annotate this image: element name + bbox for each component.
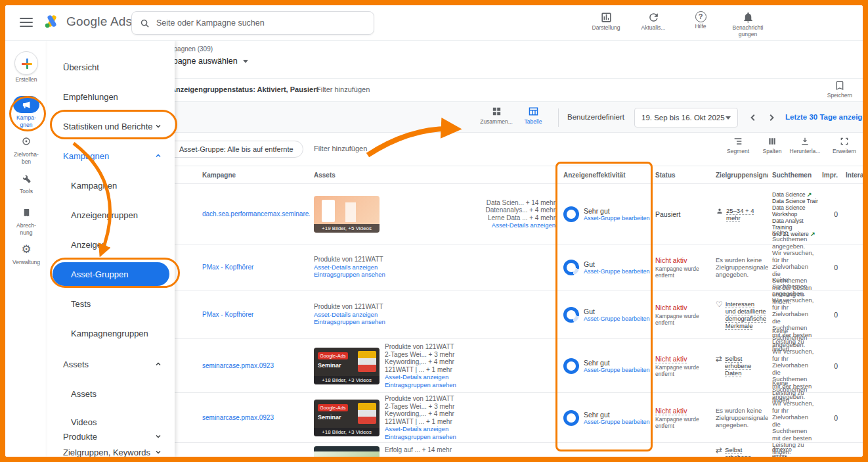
header-zielgruppensignal[interactable]: Zielgruppensignal [712,169,768,181]
asset-details-link[interactable]: Asset-Details anzeigen [314,311,385,319]
rail-label: ben [22,159,31,166]
app-window: Google Ads Seite oder Kampagne suchen Da… [5,5,863,457]
asset-group-filter-chip[interactable]: Asset-Gruppe: Alle bis auf entfernte [175,141,303,158]
rail-label: Tools [20,189,33,195]
header-assets[interactable]: Assets [310,169,559,181]
asset-thumbnail[interactable]: +19 Bilder, +5 Videos [314,196,380,233]
asset-thumbnail[interactable]: Google-Ads Seminar +18 Bilder, +3 Videos [314,348,380,384]
rail-item-verwaltung[interactable]: ⚙ Verwaltung [5,241,47,266]
asset-details-link[interactable]: Asset-Details anzeigen [314,264,385,271]
asset-details-link[interactable]: Asset-Details anzeigen [385,425,458,433]
columns-button[interactable]: Spalten [756,136,788,154]
menu-item-empfehlungen[interactable]: Empfehlungen [53,85,169,108]
header-status[interactable]: Status [651,169,712,181]
notifications-button[interactable]: Benachrichti gungen [726,9,770,37]
thumbnail-collage [358,351,376,372]
rail-item-abrechnung[interactable]: Abrech- nung [5,204,47,236]
menu-item-uebersicht[interactable]: Übersicht [53,55,169,79]
audience-signal[interactable]: 25–34 + 4 mehr [726,207,764,221]
edit-asset-group-link[interactable]: Asset-Gruppe bearbeiten [584,419,650,425]
rail-item-zielvorhaben[interactable]: Zielvorha- ben [5,133,47,165]
status-text: Nicht aktiv [655,256,708,264]
header-interaktionen[interactable]: Intera... [842,169,863,181]
ad-strength-ring-icon [563,307,579,323]
status-text[interactable]: Nicht aktiv [655,355,708,363]
edit-asset-group-link[interactable]: Asset-Gruppe bearbeiten [584,215,650,221]
appearance-button[interactable]: Darstellung [584,9,628,37]
refresh-button[interactable]: Aktualis... [632,9,675,37]
table-toolbar: Asset-Gruppe: Alle bis auf entfernte Fil… [175,133,863,166]
save-button[interactable]: Speichern [827,80,852,99]
adgroup-status-filter[interactable]: Anzeigengruppenstatus: Aktiviert, Pausie… [175,85,318,93]
campaign-link[interactable]: PMax - Kopfhörer [202,311,306,319]
ad-strength-ring-icon [563,410,579,426]
expand-button[interactable]: Erweitern [829,136,860,154]
menu-item-kampagnengruppen[interactable]: Kampagnengruppen [53,321,169,345]
menu-item-anzeigengruppen[interactable]: Anzeigengruppen [53,203,169,227]
download-button[interactable]: Herunterla... [789,136,821,154]
add-filter-button[interactable]: Filter hinzufügen [314,145,367,152]
menu-item-kampagnen[interactable]: Kampagnen [53,173,169,197]
menu-section-zielgruppen-keywords[interactable]: Zielgruppen, Keywords [53,440,169,457]
campaign-link[interactable]: seminarcase.pmax.0923 [202,414,306,422]
columns-label: Spalten [763,148,782,154]
asset-details-link[interactable]: Asset-Details anzeigen [456,221,555,229]
listing-groups-link[interactable]: Eintragsgruppen ansehen [314,318,385,326]
previous-period-button[interactable] [747,112,759,124]
menu-item-tests[interactable]: Tests [53,292,169,315]
audience-signal[interactable]: Selbst erhobene Daten [725,355,764,377]
menu-item-assets[interactable]: Assets [53,382,169,405]
rail-item-erstellen[interactable]: Erstellen [5,51,47,83]
search-input[interactable]: Seite oder Kampagne suchen [131,11,374,35]
asset-thumbnail[interactable] [314,446,380,457]
campaign-link[interactable]: dach.sea.performancemax.seminare. [202,210,306,218]
header-kampagne[interactable]: Kampagne [198,169,310,181]
campaign-link[interactable]: seminarcase.pmax.0923 [202,362,306,370]
next-period-button[interactable] [766,112,777,124]
listing-groups-link[interactable]: Eintragsgruppen ansehen [385,433,458,441]
segment-button[interactable]: Segment [722,136,754,154]
status-text[interactable]: Nicht aktiv [655,407,708,415]
asset-thumbnail[interactable]: Google-Ads Seminar +18 Bilder, +3 Videos [314,400,380,436]
rail-item-tools[interactable]: Tools [5,170,47,195]
summary-view-toggle[interactable]: Zusammen... [478,106,515,125]
table-row: Erfolg auf ... + 14 mehr ⇄ Selbst erhobe… [175,443,863,457]
table-view-toggle[interactable]: Tabelle [515,106,552,125]
thumbnail-image [314,446,380,451]
asset-line: Keywording,... + 4 mehr [385,410,458,418]
asset-line: 121WATT | ... + 1 mehr [385,366,458,374]
listing-groups-link[interactable]: Eintragsgruppen ansehen [385,381,458,389]
menu-section-kampagnen[interactable]: Kampagnen [53,144,169,168]
asset-details-link[interactable]: Asset-Details anzeigen [385,373,458,381]
header-suchthemen[interactable]: Suchthemen [768,169,818,181]
show-last-30-days-link[interactable]: Letzte 30 Tage anzeigen [785,113,863,121]
campaign-count-label: Kampagnen (309) [175,45,213,53]
menu-item-anzeigen[interactable]: Anzeigen [53,233,169,256]
listing-groups-link[interactable]: Eintragsgruppen ansehen [314,271,385,279]
audience-signal[interactable]: Interessen und detaillierte demografisch… [726,300,766,329]
expand-label: Erweitern [833,148,856,154]
edit-asset-group-link[interactable]: Asset-Gruppe bearbeiten [584,268,650,275]
header-impressionen[interactable]: Impr. [818,169,842,181]
status-subtext: Kampagne wurde entfernt [655,266,708,279]
save-label: Speichern [827,92,852,99]
rail-item-kampagnen[interactable]: Kampa- gnen [5,96,47,128]
campaign-link[interactable]: PMax - Kopfhörer [202,264,306,271]
add-filter-button[interactable]: Filter hinzufügen [316,85,370,93]
goals-target-icon [13,133,39,150]
menu-item-statistiken-und-berichte[interactable]: Statistiken und Berichte [53,114,169,138]
menu-hamburger-icon[interactable] [20,18,33,28]
status-subtext: Kampagne wurde entfernt [655,313,708,326]
menu-section-assets[interactable]: Assets [53,352,169,376]
edit-asset-group-link[interactable]: Asset-Gruppe bearbeiten [584,315,650,322]
date-range-dropdown[interactable]: 19. Sep bis 16. Okt 2025 [634,108,738,127]
menu-item-asset-gruppen[interactable]: Asset-Gruppen [53,262,169,286]
help-button[interactable]: ? Hilfe [679,9,722,37]
campaign-select-dropdown[interactable]: Kampagne auswählen [175,57,248,66]
edit-asset-group-link[interactable]: Asset-Gruppe bearbeiten [584,367,650,373]
header-anzeigeneffektivitaet[interactable]: Anzeigeneffektivität [559,169,651,181]
notifications-label-line2: gungen [739,32,757,38]
table-row: PMax - Kopfhörer Produkte von 121WATT As… [175,290,863,339]
audience-signal[interactable]: Selbst erhobene Daten [725,446,764,457]
asset-line: Produkte von 121WATT [314,256,385,264]
